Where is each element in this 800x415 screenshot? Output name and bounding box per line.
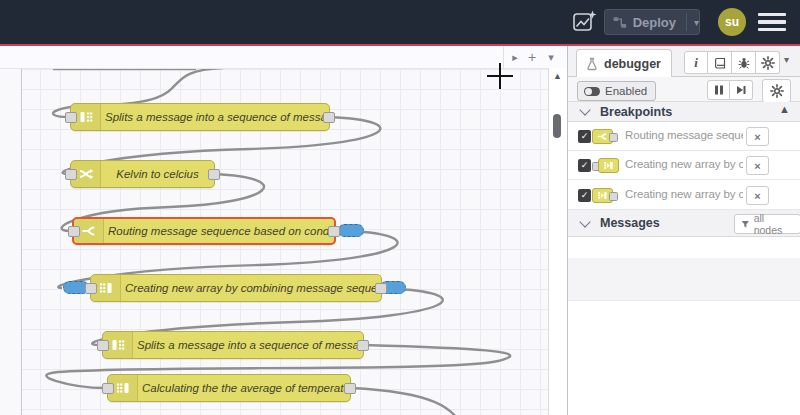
playback-buttons — [707, 80, 753, 100]
breakpoint-checkbox[interactable]: ✓ — [578, 189, 591, 202]
breakpoints-scroll-up-icon[interactable]: ▲ — [779, 103, 790, 115]
input-port[interactable] — [65, 112, 77, 123]
tab-debugger-label: debugger — [604, 57, 661, 71]
pause-icon — [713, 84, 725, 96]
breakpoint-row: ✓ Routing message sequence based on cond… — [568, 122, 800, 151]
output-port[interactable] — [328, 226, 340, 237]
breakpoints-title: Breakpoints — [600, 105, 672, 119]
mini-join-node-input — [592, 157, 622, 174]
deploy-label: Deploy — [633, 15, 676, 30]
scrollbar-thumb[interactable] — [553, 114, 561, 138]
node-red-app: Deploy ▾ su Splits a mess — [0, 0, 800, 415]
tab-strip-separator — [503, 46, 504, 68]
header-bar: Deploy ▾ su — [0, 0, 800, 46]
enabled-label: Enabled — [605, 85, 647, 97]
input-port[interactable] — [97, 340, 109, 351]
add-flow-button[interactable]: + — [523, 48, 541, 66]
mini-join-node-output — [592, 187, 622, 204]
output-port[interactable] — [208, 169, 220, 180]
toggle-icon — [584, 87, 600, 96]
deploy-nodes-icon — [613, 16, 627, 29]
debug-bug-button[interactable] — [732, 51, 756, 74]
scroll-up-icon[interactable]: ▲ — [549, 71, 566, 81]
output-port[interactable] — [357, 340, 369, 351]
node-join-average[interactable]: Calculating the the average of temperatu… — [107, 374, 351, 402]
output-port[interactable] — [323, 112, 335, 123]
input-port[interactable] — [65, 169, 77, 180]
output-port — [609, 192, 618, 201]
breakpoint-marker-switch-output[interactable] — [338, 224, 364, 237]
breakpoint-checkbox[interactable]: ✓ — [578, 159, 591, 172]
node-switch-routing[interactable]: Routing message sequence based on condit… — [72, 217, 336, 245]
flow-export-sparkle-icon[interactable] — [572, 9, 598, 35]
deploy-caret-icon[interactable]: ▾ — [694, 17, 699, 28]
breakpoint-row: ✓ Creating new array by combining messag… — [568, 151, 800, 180]
sidebar-caret-icon[interactable]: ▾ — [784, 54, 789, 65]
deploy-button[interactable]: Deploy ▾ — [604, 9, 700, 35]
breakpoint-label: Routing message sequence based on condit… — [625, 129, 743, 141]
input-port[interactable] — [102, 383, 114, 394]
output-port — [609, 133, 618, 142]
step-button[interactable] — [730, 80, 753, 100]
chevron-down-icon — [579, 104, 590, 115]
filter-label: all nodes — [754, 212, 794, 236]
bug-icon — [737, 56, 751, 70]
tab-debugger[interactable]: debugger — [576, 49, 672, 77]
user-avatar[interactable]: su — [718, 8, 746, 36]
node-label: Kelvin to celcius — [101, 168, 214, 180]
node-split-1[interactable]: Splits a message into a sequence of mess… — [70, 103, 330, 131]
breakpoints-section-header[interactable]: Breakpoints ▲ — [568, 102, 800, 122]
input-port[interactable] — [68, 226, 80, 237]
message-list-empty — [568, 237, 800, 258]
node-label: Creating new array by combining message … — [121, 282, 381, 294]
sidebar-tab-buttons: i — [684, 51, 780, 74]
node-label: Calculating the the average of temperatu… — [138, 382, 350, 394]
flow-canvas[interactable]: Splits a message into a sequence of mess… — [0, 46, 566, 415]
node-change-kelvin[interactable]: Kelvin to celcius — [70, 160, 215, 188]
flow-list-icon[interactable]: ▾ — [542, 48, 560, 66]
info-button[interactable]: i — [684, 51, 708, 74]
node-label: Routing message sequence based on condit… — [104, 225, 334, 237]
remove-breakpoint-button[interactable]: × — [746, 156, 769, 175]
node-join-array[interactable]: Creating new array by combining message … — [90, 274, 382, 302]
pause-button[interactable] — [707, 80, 730, 100]
debugger-settings-button[interactable] — [762, 79, 791, 103]
funnel-icon — [741, 220, 750, 229]
breakpoint-checkbox[interactable]: ✓ — [578, 130, 591, 143]
node-label: Splits a message into a sequence of mess… — [101, 111, 329, 123]
canvas-scrollbar[interactable]: ▲ — [548, 68, 566, 415]
breakpoint-label: Creating new array by combining message … — [625, 188, 743, 200]
output-port[interactable] — [344, 383, 356, 394]
messages-title: Messages — [600, 216, 660, 230]
step-icon — [735, 84, 747, 96]
breakpoint-row: ✓ Creating new array by combining messag… — [568, 181, 800, 210]
mini-switch-node-output — [592, 128, 622, 145]
gear-icon — [770, 84, 784, 98]
node-label: Splits a message into a sequence of mess… — [133, 339, 363, 351]
debug-sidebar: debugger i — [567, 46, 800, 415]
flask-icon — [585, 57, 599, 71]
book-icon — [713, 56, 727, 70]
tab-scroll-right-icon[interactable]: ▸ — [506, 48, 524, 66]
input-port[interactable] — [85, 283, 97, 294]
flow-tab-strip: ▸ + ▾ — [0, 46, 566, 69]
message-list-footer — [568, 258, 800, 301]
gear-icon — [761, 56, 775, 70]
deploy-separator — [686, 13, 687, 31]
message-filter-button[interactable]: all nodes — [734, 214, 800, 234]
enabled-toggle[interactable]: Enabled — [577, 81, 656, 101]
main-menu-icon[interactable] — [758, 13, 786, 31]
sidebar-tab-bar: debugger i — [568, 46, 800, 77]
settings-button[interactable] — [756, 51, 780, 74]
messages-section-header[interactable]: Messages all nodes — [568, 210, 800, 237]
chevron-down-icon — [579, 216, 590, 227]
remove-breakpoint-button[interactable]: × — [746, 127, 769, 146]
output-port[interactable] — [375, 283, 387, 294]
node-split-2[interactable]: Splits a message into a sequence of mess… — [102, 331, 364, 359]
help-book-button[interactable] — [708, 51, 732, 74]
debugger-toolbar: Enabled — [568, 77, 800, 102]
breakpoint-label: Creating new array by combining message … — [625, 158, 743, 170]
remove-breakpoint-button[interactable]: × — [746, 186, 769, 205]
